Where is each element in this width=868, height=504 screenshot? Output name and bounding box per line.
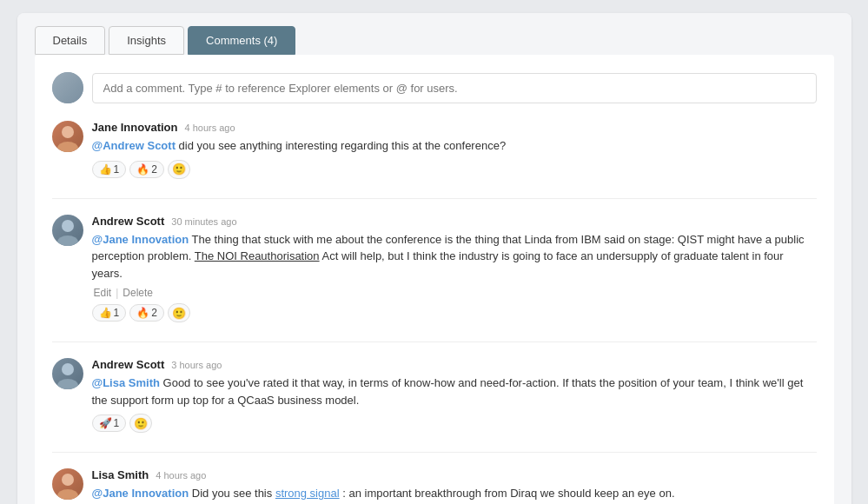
avatar [52, 121, 83, 152]
mention: @Jane Innovation [92, 487, 189, 500]
svg-point-3 [57, 235, 78, 246]
svg-point-1 [57, 142, 78, 152]
svg-point-5 [57, 379, 78, 389]
comment-author: Lisa Smith [92, 468, 149, 481]
comment-time: 30 minutes ago [171, 216, 236, 227]
strong-signal-link[interactable]: strong signal [275, 487, 340, 500]
comment-underline: The NOI Reauthorisation [195, 249, 320, 262]
tab-comments[interactable]: Comments (4) [188, 26, 295, 55]
comment-body: Andrew Scott 3 hours ago @Lisa Smith Goo… [92, 358, 817, 436]
comment-actions: Edit | Delete [92, 287, 817, 299]
avatar [52, 358, 83, 389]
reaction-thumbsup[interactable]: 👍 1 [92, 161, 127, 178]
comment-plain: Did you see this [192, 487, 275, 500]
comment-plain: : an important breakthrough from Diraq w… [342, 487, 674, 500]
svg-point-0 [62, 126, 74, 138]
svg-point-2 [62, 220, 74, 232]
comment-input[interactable] [92, 73, 817, 103]
mention: @Andrew Scott [92, 139, 176, 152]
avatar [52, 468, 83, 500]
avatar [52, 215, 83, 246]
svg-point-4 [62, 363, 74, 375]
add-emoji-button[interactable]: 🙂 [168, 160, 190, 179]
comment-header: Andrew Scott 3 hours ago [92, 358, 817, 371]
comment-body: Andrew Scott 30 minutes ago @Jane Innova… [92, 215, 817, 327]
add-emoji-button[interactable]: 🙂 [129, 414, 152, 433]
comment-body: Lisa Smith 4 hours ago @Jane Innovation … [92, 468, 817, 504]
andrew-avatar-img2 [52, 358, 83, 389]
comment-time: 4 hours ago [156, 470, 206, 481]
tab-details[interactable]: Details [35, 26, 106, 55]
comment-text: @Jane Innovation The thing that stuck wi… [92, 231, 817, 282]
reactions: 👍 1 🔥 2 🙂 [92, 160, 817, 179]
comment-block: Jane Innovation 4 hours ago @Andrew Scot… [52, 121, 817, 199]
current-user-avatar [52, 72, 83, 103]
mention: @Jane Innovation [92, 233, 189, 246]
jane-avatar-img [52, 121, 83, 152]
comment-text: @Jane Innovation Did you see this strong… [92, 485, 817, 502]
content-area: Jane Innovation 4 hours ago @Andrew Scot… [35, 55, 834, 504]
comment-time: 3 hours ago [171, 360, 222, 370]
comment-body: Jane Innovation 4 hours ago @Andrew Scot… [92, 121, 817, 182]
comment-block: Andrew Scott 3 hours ago @Lisa Smith Goo… [52, 358, 817, 453]
andrew-avatar-img [52, 215, 83, 246]
lisa-avatar-img [52, 468, 83, 500]
comment-header: Jane Innovation 4 hours ago [92, 121, 817, 134]
comment-plain: Good to see you've rated it that way, in… [92, 376, 804, 407]
tab-insights[interactable]: Insights [109, 26, 184, 55]
main-container: Details Insights Comments (4) Jane Innov… [17, 13, 851, 504]
svg-point-6 [62, 474, 74, 486]
comment-header: Lisa Smith 4 hours ago [92, 468, 817, 481]
comment-author: Jane Innovation [92, 121, 178, 134]
comment-text: @Andrew Scott did you see anything inter… [92, 137, 817, 155]
comment-author: Andrew Scott [92, 358, 165, 371]
reaction-fire[interactable]: 🔥 2 [129, 304, 164, 322]
comment-block: Lisa Smith 4 hours ago @Jane Innovation … [52, 468, 817, 504]
reaction-fire[interactable]: 🔥 2 [129, 161, 164, 178]
reactions: 👍 1 🔥 2 🙂 [92, 303, 817, 322]
comment-input-row [52, 72, 817, 103]
comment-plain: did you see anything interesting regardi… [179, 139, 507, 152]
svg-point-7 [57, 489, 78, 500]
reactions: 🚀 1 🙂 [92, 414, 817, 433]
mention: @Lisa Smith [92, 376, 160, 389]
comment-header: Andrew Scott 30 minutes ago [92, 215, 817, 228]
comment-block: Andrew Scott 30 minutes ago @Jane Innova… [52, 215, 817, 343]
comment-text: @Lisa Smith Good to see you've rated it … [92, 375, 817, 408]
reaction-rocket[interactable]: 🚀 1 [92, 414, 127, 432]
add-emoji-button[interactable]: 🙂 [168, 303, 190, 322]
tabs-bar: Details Insights Comments (4) [17, 13, 851, 55]
comment-time: 4 hours ago [184, 123, 235, 133]
delete-action[interactable]: Delete [121, 287, 155, 299]
reaction-thumbsup[interactable]: 👍 1 [92, 304, 127, 322]
edit-action[interactable]: Edit [92, 287, 114, 299]
comment-author: Andrew Scott [92, 215, 165, 228]
